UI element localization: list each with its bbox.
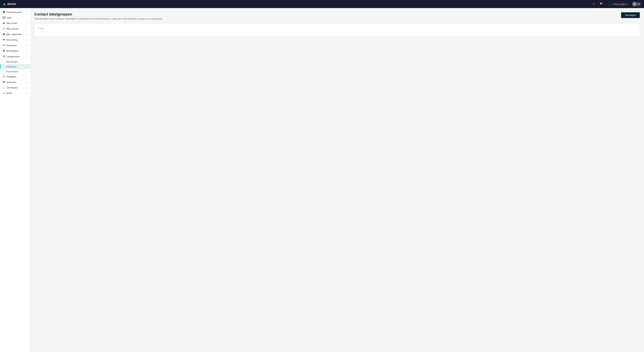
chat-button[interactable] (598, 1, 604, 7)
svg-rect-16 (3, 56, 5, 56)
afosto-triangle-icon (3, 92, 5, 94)
svg-marker-0 (3, 3, 6, 5)
page-title: Contact labelgroepen (34, 12, 162, 17)
chevron-icon: ▾ (26, 76, 28, 78)
gear-icon (3, 27, 5, 30)
chevron-icon: ▾ (26, 28, 28, 30)
logo-area: afosto (3, 2, 16, 6)
svg-marker-23 (3, 92, 4, 93)
platform-warn-icon: ⚠ (610, 3, 612, 5)
chevron-icon: ▾ (26, 81, 28, 83)
subitem-label: Bestellingen (6, 61, 18, 63)
avatar-g[interactable]: G/ (632, 1, 637, 7)
svg-rect-19 (4, 75, 4, 76)
sidebar-item-producten[interactable]: Producten ▾ (0, 80, 30, 85)
svg-point-3 (4, 28, 4, 29)
sidebar-item-label: Developers (7, 86, 25, 89)
building-icon (3, 33, 5, 36)
sidebar-item-label: Verzending (6, 39, 25, 41)
layout: Verkoopkanalen ▾ Apps Mijn profiel ▾ Mij… (0, 8, 644, 352)
list-icon (3, 55, 5, 58)
svg-point-8 (4, 40, 4, 40)
svg-rect-1 (3, 12, 5, 13)
sidebar-item-label: Afosto (6, 92, 25, 94)
chevron-icon: ▾ (26, 92, 28, 94)
main-content: Contact labelgroepen Gebruik labels om j… (30, 8, 644, 352)
code-icon: </> (3, 87, 6, 89)
sidebar-item-label: Picklijsten (6, 75, 25, 78)
svg-point-7 (3, 40, 3, 40)
person-icon (3, 22, 5, 25)
sidebar-subitem-organisaties[interactable]: Organisaties (0, 69, 30, 74)
sidebar-item-label: Betalingen (6, 44, 25, 47)
svg-rect-17 (3, 57, 5, 57)
sidebar-item-developers[interactable]: </> Developers ▾ (0, 85, 30, 90)
svg-rect-5 (4, 34, 4, 35)
svg-rect-6 (3, 39, 4, 40)
platform-label: Afosto platform (613, 3, 628, 6)
add-button[interactable]: Toevoegen (621, 12, 640, 18)
sidebar-item-mijn-account[interactable]: Mijn account ▾ (0, 26, 30, 32)
tag-icon (3, 81, 5, 84)
chevron-icon: ▾ (26, 45, 28, 46)
box-icon (3, 50, 5, 52)
sidebar-item-mijn-organisatie[interactable]: Mijn organisatie ▾ (0, 32, 30, 37)
chevron-icon: ▾ (26, 22, 28, 24)
sidebar-item-apps[interactable]: Apps (0, 15, 30, 20)
sidebar-subitem-bestellingen[interactable]: Bestellingen (0, 59, 30, 64)
sidebar-subitem-contacten[interactable]: Contacten (0, 64, 30, 69)
chevron-icon: ▾ (26, 39, 28, 41)
content-card: Empty (34, 24, 640, 37)
sidebar-item-mijn-profiel[interactable]: Mijn profiel ▾ (0, 20, 30, 26)
sidebar-item-verzending[interactable]: Verzending ▾ (0, 37, 30, 43)
svg-point-22 (3, 81, 4, 82)
sidebar-item-label: Apps (7, 17, 28, 19)
empty-state-text: Empty (38, 27, 44, 30)
help-button[interactable]: ? (591, 1, 596, 7)
topnav-right: ? ⚠ Afosto platform G/ JS (591, 1, 641, 7)
sidebar-item-label: Bestellingen (6, 50, 25, 52)
sidebar-item-betalingen[interactable]: Betalingen ▾ (0, 43, 30, 48)
truck-icon (3, 38, 5, 41)
grid-icon (3, 16, 6, 19)
sidebar-item-label: Mijn profiel (6, 22, 25, 25)
store-icon (3, 11, 5, 14)
chevron-icon: ▾ (26, 87, 28, 89)
svg-rect-15 (3, 55, 5, 56)
logo-icon (3, 2, 6, 6)
svg-point-2 (3, 22, 4, 23)
page-subtitle: Gebruik labels om je contacten makkelijk… (34, 18, 162, 20)
page-header: Contact labelgroepen Gebruik labels om j… (34, 12, 640, 20)
sidebar-item-label: Mijn account (6, 28, 25, 30)
logo-text: afosto (8, 3, 16, 6)
chevron-icon: ▾ (26, 11, 28, 13)
sidebar-item-afosto[interactable]: Afosto ▾ (0, 90, 30, 96)
chat-icon (600, 2, 602, 6)
sidebar-item-bestellingen[interactable]: Bestellingen ▾ (0, 48, 30, 54)
subitem-label: Contacten (6, 65, 16, 68)
card-icon (3, 44, 5, 47)
chevron-icon: ▾ (26, 33, 28, 35)
sidebar-item-label: Verkoopkanalen (6, 11, 25, 14)
page-header-text: Contact labelgroepen Gebruik labels om j… (34, 12, 162, 20)
help-icon: ? (593, 3, 594, 6)
topnav: afosto ? ⚠ Afosto platform G/ JS (0, 0, 644, 8)
platform-button[interactable]: ⚠ Afosto platform (608, 2, 630, 6)
clipboard-icon (3, 75, 5, 78)
divider (606, 2, 606, 6)
sidebar-item-label: Mijn organisatie (6, 33, 25, 36)
sidebar: Verkoopkanalen ▾ Apps Mijn profiel ▾ Mij… (0, 8, 30, 352)
sidebar-item-label: Labelgroepen (6, 55, 25, 58)
sidebar-item-labelgroepen[interactable]: Labelgroepen ▴ (0, 54, 30, 59)
chevron-icon: ▾ (26, 50, 28, 52)
chevron-icon: ▴ (26, 56, 28, 57)
sidebar-item-label: Producten (6, 81, 25, 84)
subitem-label: Organisaties (6, 70, 18, 73)
svg-rect-18 (3, 76, 4, 77)
sidebar-item-verkoopkanalen[interactable]: Verkoopkanalen ▾ (0, 10, 30, 15)
sidebar-item-picklijsten[interactable]: Picklijsten ▾ (0, 74, 30, 80)
avatar-group: G/ JS (632, 1, 641, 7)
svg-rect-10 (3, 45, 5, 45)
